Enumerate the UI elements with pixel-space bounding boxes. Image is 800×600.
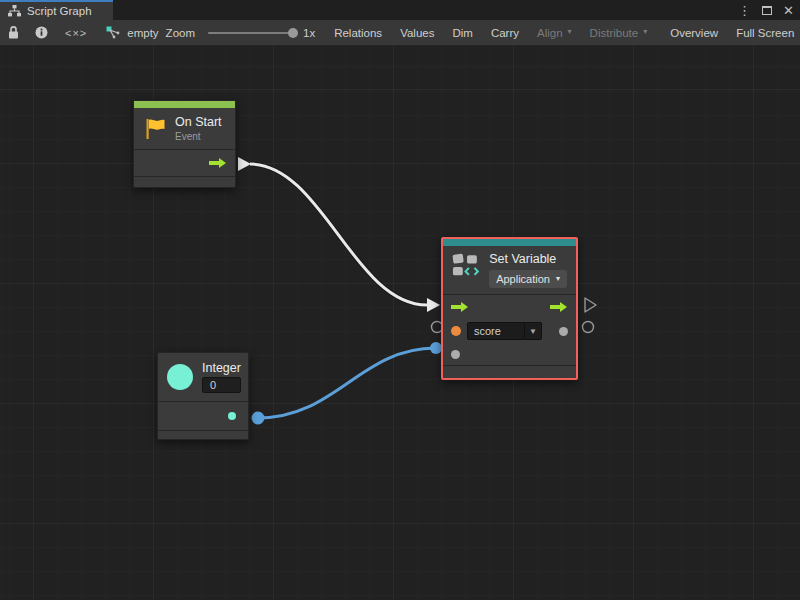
info-icon [35, 26, 48, 39]
close-icon[interactable]: ✕ [783, 4, 794, 17]
lock-icon [8, 26, 19, 39]
info-button[interactable] [27, 20, 56, 45]
node-title: On Start [175, 115, 222, 129]
fullscreen-button[interactable]: Full Screen [727, 20, 800, 45]
variable-name-input-port[interactable] [451, 326, 461, 336]
value-wire-integer-to-setvariable[interactable] [258, 348, 436, 418]
node-title: Set Variable [489, 252, 567, 266]
integer-circle-icon [167, 364, 193, 390]
maximize-icon[interactable] [762, 6, 772, 15]
node-integer[interactable]: Integer 0 [157, 352, 249, 440]
graph-pointer-icon [106, 26, 120, 39]
variable-scope-dropdown[interactable]: Application ▾ [489, 270, 567, 288]
distribute-label: Distribute [590, 27, 639, 39]
graph-canvas[interactable]: On Start Event Integer 0 [0, 46, 800, 600]
lock-button[interactable] [0, 20, 27, 45]
graph-hierarchy-icon [8, 5, 21, 17]
value-wire-start-dot-icon [252, 412, 265, 425]
chevron-down-icon: ▼ [529, 327, 537, 336]
node-color-bar [443, 239, 576, 246]
chevron-down-icon: ▾ [568, 27, 572, 36]
connection-layer [0, 46, 800, 600]
node-set-variable[interactable]: Set Variable Application ▾ [441, 237, 578, 380]
tab-script-graph[interactable]: Script Graph [0, 0, 113, 20]
proxy-flow-out-triangle-icon [585, 298, 596, 312]
flow-wire-end-arrow-icon [427, 298, 440, 312]
relations-button[interactable]: Relations [325, 20, 391, 45]
zoom-label: Zoom [166, 27, 195, 39]
carry-button[interactable]: Carry [482, 20, 528, 45]
window-menu-icon[interactable]: ⋮ [738, 4, 751, 17]
values-button[interactable]: Values [391, 20, 443, 45]
node-footer [443, 366, 576, 378]
overview-button[interactable]: Overview [661, 20, 727, 45]
code-port-icon: <×> [65, 27, 87, 39]
align-label: Align [537, 27, 563, 39]
flow-output-port[interactable] [209, 157, 227, 169]
align-dropdown-button[interactable]: Align ▾ [528, 20, 581, 45]
window-controls: ⋮ ✕ [738, 0, 794, 20]
zoom-section: empty Zoom 1x [96, 20, 325, 45]
flow-wire-onstart-to-setvariable[interactable] [250, 164, 427, 305]
integer-output-port[interactable] [228, 412, 236, 420]
node-footer [134, 177, 235, 187]
distribute-dropdown-button[interactable]: Distribute ▾ [581, 20, 657, 45]
node-footer [158, 431, 248, 439]
chevron-down-icon: ▾ [556, 274, 560, 283]
zoom-slider-handle[interactable] [288, 28, 298, 38]
node-title: Integer [202, 361, 241, 375]
scope-value: Application [496, 273, 550, 285]
variable-name-dropdown[interactable]: ▼ [525, 322, 542, 340]
tab-title: Script Graph [27, 5, 92, 17]
variable-name-field[interactable]: score [467, 322, 525, 340]
tab-bar: Script Graph ⋮ ✕ [0, 0, 800, 20]
flow-input-port[interactable] [451, 301, 469, 313]
graph-toolbar: <×> empty Zoom 1x Relations Values Dim C… [0, 20, 800, 46]
script-graph-window: Script Graph ⋮ ✕ <×> [0, 0, 800, 600]
integer-value-field[interactable]: 0 [202, 377, 241, 393]
variables-icon [452, 252, 480, 279]
flag-icon [145, 118, 166, 140]
value-input-port[interactable] [451, 350, 460, 359]
code-preview-button[interactable]: <×> [56, 20, 96, 45]
flow-output-port[interactable] [550, 301, 568, 313]
node-color-bar [134, 101, 235, 108]
zoom-slider[interactable] [208, 32, 296, 34]
node-on-start[interactable]: On Start Event [133, 100, 236, 188]
value-output-port[interactable] [559, 327, 568, 336]
node-subtitle: Event [175, 131, 222, 142]
variable-name-field-group: score ▼ [467, 322, 542, 340]
zoom-value: 1x [303, 27, 315, 39]
proxy-value-out-circle-icon [583, 322, 594, 333]
graph-status-label: empty [127, 27, 158, 39]
dim-button[interactable]: Dim [443, 20, 481, 45]
flow-wire-start-arrow-icon [238, 157, 251, 171]
chevron-down-icon: ▾ [643, 27, 647, 36]
